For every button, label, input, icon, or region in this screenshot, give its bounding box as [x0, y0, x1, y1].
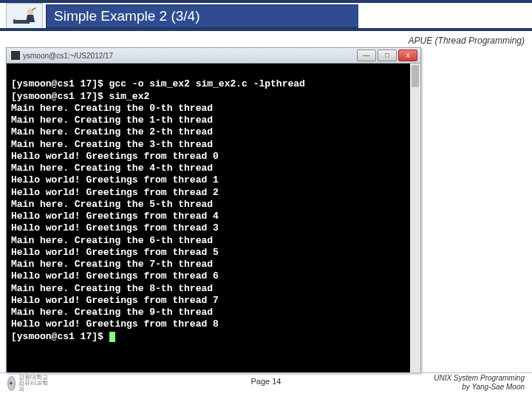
terminal-app-icon	[11, 51, 20, 60]
slide-root: Simple Example 2 (3/4) APUE (Thread Prog…	[0, 0, 532, 399]
scrollbar-vertical[interactable]	[410, 64, 420, 372]
lecturer-icon	[6, 3, 43, 30]
maximize-button[interactable]: □	[378, 50, 397, 61]
window-buttons: — □ X	[357, 50, 417, 61]
slide-title: Simple Example 2 (3/4)	[46, 4, 358, 28]
minimize-button[interactable]: —	[357, 50, 376, 61]
footer-credits: UNIX System Programming by Yang-Sae Moon	[434, 374, 525, 392]
svg-rect-3	[32, 7, 36, 10]
footer-line1: UNIX System Programming	[434, 374, 525, 382]
university-logo: ✦ 강원대학교 컴퓨터과학과	[7, 375, 52, 392]
terminal-title-text: ysmoon@cs1:~/US2012/17	[23, 52, 113, 60]
close-button[interactable]: X	[398, 50, 417, 61]
slide-header: Simple Example 2 (3/4)	[0, 0, 532, 33]
terminal-titlebar: ysmoon@cs1:~/US2012/17 — □ X	[7, 48, 420, 64]
terminal-body: [ysmoon@cs1 17]$ gcc -o sim_ex2 sim_ex2.…	[7, 64, 420, 372]
page-number: Page 14	[251, 377, 282, 386]
university-badge-icon: ✦	[7, 376, 16, 391]
slide-subtitle: APUE (Thread Programming)	[409, 35, 525, 46]
university-name: 강원대학교 컴퓨터과학과	[18, 375, 52, 392]
svg-rect-1	[15, 18, 28, 20]
footer-line2: by Yang-Sae Moon	[462, 383, 525, 391]
slide-title-text: Simple Example 2 (3/4)	[54, 8, 200, 24]
terminal-window: ysmoon@cs1:~/US2012/17 — □ X [ysmoon@cs1…	[6, 47, 421, 373]
cursor-icon	[109, 332, 115, 342]
slide-footer: ✦ 강원대학교 컴퓨터과학과 Page 14 UNIX System Progr…	[0, 372, 532, 395]
